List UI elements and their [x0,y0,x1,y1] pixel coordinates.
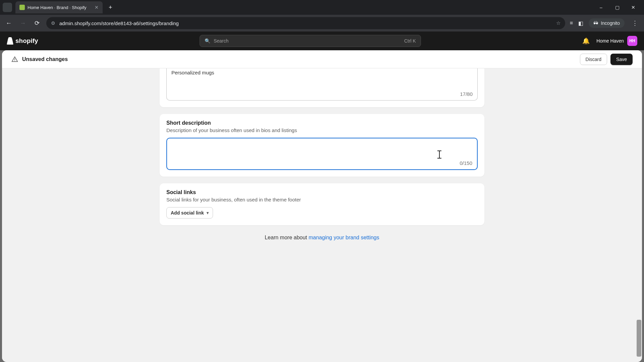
site-info-icon[interactable]: ⚙ [51,20,55,26]
browser-chrome: Home Haven · Brand · Shopify ✕ + – ▢ ✕ ←… [0,0,644,32]
tab-title: Home Haven · Brand · Shopify [28,5,92,10]
incognito-icon: 🕶 [593,20,598,26]
back-button[interactable]: ← [4,18,13,28]
browser-toolbar: ← → ⟳ ⚙ admin.shopify.com/store/de8143-a… [0,15,644,32]
header-right: 🔔 Home Haven HH [582,36,637,46]
forward-button[interactable]: → [18,18,28,28]
toolbar-actions: ≡ ◧ 🕶 Incognito ⋮ [570,18,640,28]
incognito-label: Incognito [601,20,620,26]
bookmark-icon[interactable]: ☆ [556,20,560,26]
incognito-chip[interactable]: 🕶 Incognito [589,18,625,28]
app-area: shopify 🔍 Search Ctrl K 🔔 Home Haven HH [0,32,644,362]
add-social-link-button[interactable]: Add social link ▾ [166,207,213,219]
social-links-subtitle: Social links for your business, often us… [166,197,478,202]
maximize-button[interactable]: ▢ [613,5,621,10]
save-button[interactable]: Save [610,54,633,65]
window-controls: – ▢ ✕ [597,5,644,10]
chevron-down-icon: ▾ [207,210,209,215]
slogan-input[interactable]: Personalized mugs 17/80 [166,68,478,101]
discard-button[interactable]: Discard [580,54,607,65]
short-description-value [172,142,472,156]
social-links-card: Social links Social links for your busin… [160,183,484,225]
store-name: Home Haven [596,38,624,44]
social-links-title: Social links [166,189,478,195]
close-window-button[interactable]: ✕ [629,5,637,10]
shopify-header: shopify 🔍 Search Ctrl K 🔔 Home Haven HH [0,32,644,50]
shopify-favicon-icon [19,5,25,10]
slogan-card: Personalized mugs 17/80 [160,68,484,107]
new-tab-button[interactable]: + [105,3,116,12]
warning-icon [11,56,18,63]
store-switcher[interactable]: Home Haven HH [596,36,637,46]
learn-more-link[interactable]: managing your brand settings [309,235,379,240]
svg-point-1 [14,60,15,61]
notifications-icon[interactable]: 🔔 [582,37,590,45]
browser-menu-button[interactable]: ⋮ [630,19,640,27]
short-description-title: Short description [166,120,478,126]
url-text: admin.shopify.com/store/de8143-a6/settin… [59,20,552,26]
learn-more-footer: Learn more about managing your brand set… [160,235,484,241]
short-description-input[interactable]: 0/150 [166,138,478,170]
global-search[interactable]: 🔍 Search Ctrl K [200,35,421,47]
learn-more-prefix: Learn more about [265,235,309,240]
shopify-logo[interactable]: shopify [7,37,38,45]
short-description-card: Short description Description of your bu… [160,114,484,177]
reload-button[interactable]: ⟳ [32,18,42,28]
scrollbar-thumb[interactable] [637,320,641,357]
minimize-button[interactable]: – [597,5,605,10]
side-panel-icon[interactable]: ◧ [578,20,583,26]
slogan-counter: 17/80 [171,91,473,97]
browser-tab[interactable]: Home Haven · Brand · Shopify ✕ [15,1,103,13]
save-bar-message: Unsaved changes [22,56,68,62]
shopify-bag-icon [7,37,13,45]
settings-scroll-area[interactable]: Personalized mugs 17/80 Short descriptio… [2,68,642,362]
short-description-counter: 0/150 [172,160,472,166]
search-shortcut: Ctrl K [404,38,416,44]
tab-strip: Home Haven · Brand · Shopify ✕ + – ▢ ✕ [0,0,644,15]
close-icon[interactable]: ✕ [95,5,99,10]
contextual-save-bar: Unsaved changes Discard Save [2,50,642,68]
add-social-link-label: Add social link [171,210,204,216]
settings-page: Unsaved changes Discard Save Personalize… [2,50,642,362]
address-bar[interactable]: ⚙ admin.shopify.com/store/de8143-a6/sett… [46,17,565,29]
search-icon: 🔍 [205,38,210,44]
search-placeholder: Search [214,38,228,44]
extensions-icon[interactable]: ≡ [570,20,573,26]
shopify-wordmark: shopify [15,37,38,45]
tab-search-button[interactable] [3,3,12,12]
text-cursor-icon [437,150,441,159]
store-avatar: HH [627,36,637,46]
slogan-value: Personalized mugs [171,69,473,82]
short-description-subtitle: Description of your business often used … [166,127,478,133]
